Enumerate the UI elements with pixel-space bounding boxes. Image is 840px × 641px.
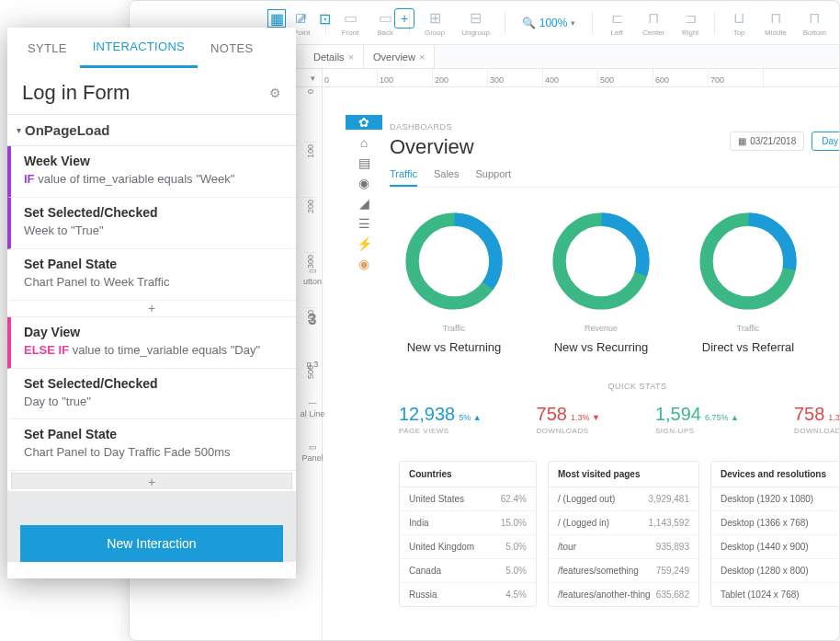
tab-details[interactable]: Details× bbox=[304, 45, 364, 68]
interactions-panel: SYTLE INTERACTIONS NOTES Log in Form ⚙ ▾… bbox=[7, 28, 296, 578]
action-set-selected-week[interactable]: Set Selected/Checked Week to "True" bbox=[7, 198, 296, 249]
add-action-button[interactable]: + bbox=[11, 473, 292, 489]
table-row: /features/something759,249 bbox=[549, 559, 698, 583]
donut-chart-icon bbox=[399, 206, 509, 316]
day-button[interactable]: Day bbox=[812, 132, 839, 151]
align-distribute-icon[interactable]: ▦ bbox=[267, 9, 286, 28]
table-row: Desktop (1920 x 1080) bbox=[711, 487, 839, 511]
tab-sales[interactable]: Sales bbox=[434, 168, 460, 187]
table-row: /features/another-thing635,682 bbox=[549, 583, 698, 606]
toolbar-separator bbox=[592, 12, 593, 34]
dashboard-tabs: Traffic Sales Support bbox=[390, 168, 839, 188]
toolbar-separator bbox=[505, 12, 505, 34]
donut-traffic: Traffic New vs Returning bbox=[399, 206, 509, 354]
bolt-icon[interactable]: ⚡ bbox=[346, 236, 382, 251]
align-top-icon: ⊔ bbox=[730, 8, 748, 27]
settings-icon[interactable]: ⚙ bbox=[269, 86, 281, 100]
tab-style[interactable]: SYTLE bbox=[15, 28, 80, 68]
table-row: Canada5.0% bbox=[400, 559, 536, 583]
stats-row: 12,9385% ▲ PAGE VIEWS 7581.3% ▼ DOWNLOAD… bbox=[390, 404, 839, 435]
stat-downloads-2: 7581.3% ▼ DOWNLOADS bbox=[794, 404, 839, 435]
group-icon: ⊞ bbox=[426, 8, 444, 27]
zoom-control[interactable]: 🔍 100% ▾ bbox=[515, 17, 584, 29]
donut-referral: Traffic Direct vs Referral bbox=[693, 206, 803, 354]
tab-overview[interactable]: Overview× bbox=[364, 45, 435, 68]
avatar-icon[interactable]: ◉ bbox=[346, 257, 382, 271]
tool-align-center[interactable]: ⊓ Center bbox=[637, 8, 670, 37]
table-row: Desktop (1366 x 768) bbox=[711, 511, 839, 535]
table-row: Desktop (1280 x 800) bbox=[711, 559, 839, 583]
donut-revenue: Revenue New vs Recurring bbox=[546, 206, 656, 354]
tool-group[interactable]: ⊞ Group bbox=[419, 8, 450, 37]
table-devices: Devices and resolutions Desktop (1920 x … bbox=[710, 461, 839, 607]
breadcrumb: DASHBOARDS bbox=[390, 122, 839, 132]
toolbar-separator bbox=[714, 12, 715, 34]
align-box-icon[interactable]: □ bbox=[291, 9, 310, 28]
search-icon: 🔍 bbox=[522, 17, 536, 29]
action-week-view[interactable]: Week View IF value of time_variable equa… bbox=[7, 146, 296, 198]
canvas-content[interactable]: ✿ ⌂ ▤ ◉ ◢ ☰ ⚡ ◉ DASHBOARDS Overview ▦03/… bbox=[323, 106, 839, 640]
donut-row: Traffic New vs Returning Revenue New vs … bbox=[390, 206, 839, 354]
stat-downloads: 7581.3% ▼ DOWNLOADS bbox=[537, 404, 600, 435]
tab-interactions[interactable]: INTERACTIONS bbox=[80, 28, 198, 68]
case-onpageload[interactable]: ▾ OnPageLoad bbox=[7, 114, 296, 146]
tables-row: Countries United States62.4% India15.0% … bbox=[390, 461, 839, 607]
vertical-ruler: 0 100 200 300 400 500 bbox=[304, 87, 323, 640]
align-bottom-icon: ⊓ bbox=[805, 8, 823, 27]
table-row: Tablet (1024 x 768) bbox=[711, 583, 839, 606]
chart-icon[interactable]: ◢ bbox=[346, 196, 382, 211]
tool-align-middle[interactable]: ⊓ Middle bbox=[759, 8, 792, 37]
table-row: United Kingdom5.0% bbox=[400, 535, 536, 559]
table-row: India15.0% bbox=[400, 511, 536, 535]
tab-traffic[interactable]: Traffic bbox=[390, 168, 417, 187]
action-set-selected-day[interactable]: Set Selected/Checked Day to "true" bbox=[7, 369, 296, 420]
align-center-icon: ⊓ bbox=[644, 8, 663, 27]
table-countries: Countries United States62.4% India15.0% … bbox=[399, 461, 537, 607]
align-tool-strip: ▦ □ ⊡ + bbox=[267, 8, 414, 29]
table-row: /tour935,893 bbox=[549, 535, 698, 559]
action-day-view[interactable]: Day View ELSE IF value to time_variable … bbox=[7, 317, 296, 369]
list-icon[interactable]: ▤ bbox=[346, 155, 382, 170]
action-set-panel-day[interactable]: Set Panel State Chart Panel to Day Traff… bbox=[7, 419, 296, 471]
date-picker[interactable]: ▦03/21/2018 bbox=[730, 132, 804, 151]
dashboard-main: DASHBOARDS Overview ▦03/21/2018 Day Traf… bbox=[390, 122, 839, 607]
tool-align-top[interactable]: ⊔ Top bbox=[724, 8, 754, 37]
tool-align-bottom[interactable]: ⊓ Bottom bbox=[798, 8, 832, 37]
tool-ungroup[interactable]: ⊟ Ungroup bbox=[456, 8, 495, 37]
new-interaction-button[interactable]: New Interaction bbox=[20, 525, 283, 562]
tab-notes[interactable]: NOTES bbox=[198, 28, 266, 68]
tool-align-right[interactable]: ⊐ Right bbox=[675, 8, 705, 37]
menu-icon[interactable]: ☰ bbox=[346, 216, 382, 231]
table-row: / (Logged in)1,143,592 bbox=[549, 511, 698, 535]
align-middle-icon: ⊓ bbox=[766, 8, 785, 27]
tool-align-left[interactable]: ⊏ Left bbox=[602, 8, 631, 37]
globe-icon[interactable]: ◉ bbox=[346, 176, 382, 190]
close-icon[interactable]: × bbox=[419, 52, 425, 63]
leaf-icon[interactable]: ✿ bbox=[346, 115, 382, 130]
table-pages: Most visited pages / (Logged out)3,929,4… bbox=[548, 461, 699, 607]
stat-signups: 1,5946.75% ▲ SIGN-UPS bbox=[655, 404, 739, 435]
ungroup-icon: ⊟ bbox=[467, 8, 485, 27]
panel-title-row: Log in Form ⚙ bbox=[7, 68, 296, 114]
chevron-down-icon: ▾ bbox=[17, 125, 21, 135]
close-icon[interactable]: × bbox=[348, 52, 354, 63]
table-row: Russia4.5% bbox=[400, 583, 536, 606]
add-action-button[interactable]: + bbox=[7, 301, 296, 317]
donut-chart-icon bbox=[693, 206, 803, 316]
table-row: / (Logged out)3,929,481 bbox=[549, 487, 698, 511]
quick-stats-title: QUICK STATS bbox=[390, 382, 839, 391]
align-left-icon: ⊏ bbox=[607, 8, 626, 27]
align-right-icon: ⊐ bbox=[681, 8, 699, 27]
tab-support[interactable]: Support bbox=[475, 168, 511, 187]
table-row: Desktop (1440 x 900) bbox=[711, 535, 839, 559]
ruler-origin: ▾ bbox=[304, 69, 323, 86]
donut-chart-icon bbox=[546, 206, 656, 316]
action-set-panel-week[interactable]: Set Panel State Chart Panel to Week Traf… bbox=[7, 249, 296, 301]
home-icon[interactable]: ⌂ bbox=[346, 135, 382, 150]
chevron-down-icon: ▾ bbox=[571, 18, 575, 28]
align-tree-icon[interactable]: ⊡ bbox=[315, 9, 334, 28]
table-row: United States62.4% bbox=[400, 487, 536, 511]
stat-pageviews: 12,9385% ▲ PAGE VIEWS bbox=[399, 404, 482, 435]
add-widget-button[interactable]: + bbox=[394, 8, 414, 29]
panel-title: Log in Form bbox=[22, 81, 130, 105]
